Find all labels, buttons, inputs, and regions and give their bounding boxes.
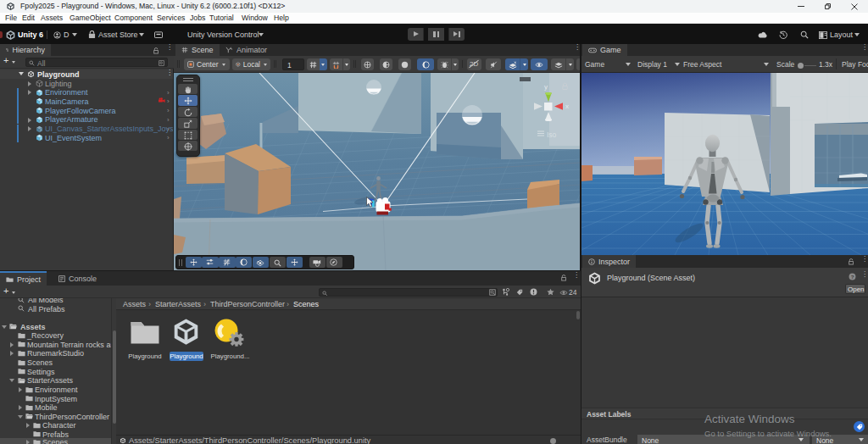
svg-text:?: ? bbox=[851, 274, 854, 280]
svg-text:y: y bbox=[544, 83, 548, 91]
svg-text:Iso: Iso bbox=[547, 130, 557, 139]
svg-text:x: x bbox=[565, 103, 569, 110]
